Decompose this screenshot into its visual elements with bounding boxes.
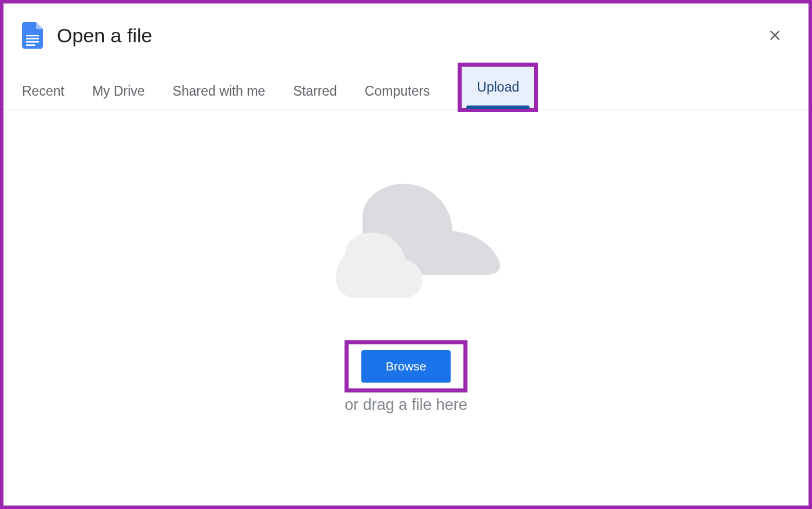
tab-starred[interactable]: Starred (293, 73, 336, 110)
open-file-dialog: Open a file Recent My Drive Shared with … (0, 0, 812, 509)
highlight-annotation-browse: Browse (345, 340, 467, 392)
svg-rect-1 (26, 38, 39, 40)
svg-rect-0 (26, 35, 39, 37)
svg-rect-3 (26, 45, 35, 46)
tab-shared-with-me[interactable]: Shared with me (173, 73, 266, 110)
dialog-header: Open a file (3, 3, 809, 63)
browse-button[interactable]: Browse (361, 350, 451, 383)
drag-hint-text: or drag a file here (345, 396, 467, 414)
highlight-annotation-upload-tab: Upload (458, 63, 538, 112)
tab-my-drive[interactable]: My Drive (92, 73, 145, 110)
svg-rect-2 (26, 41, 39, 43)
tabs-bar: Recent My Drive Shared with me Starred C… (3, 63, 809, 110)
tab-computers[interactable]: Computers (365, 73, 430, 110)
tab-recent[interactable]: Recent (22, 73, 64, 110)
upload-panel: Browse or drag a file here (3, 110, 809, 506)
docs-icon (22, 22, 43, 49)
tab-upload[interactable]: Upload (462, 67, 534, 108)
dialog-title: Open a file (57, 24, 767, 47)
cloud-icon (290, 179, 522, 312)
close-icon[interactable] (767, 27, 783, 43)
